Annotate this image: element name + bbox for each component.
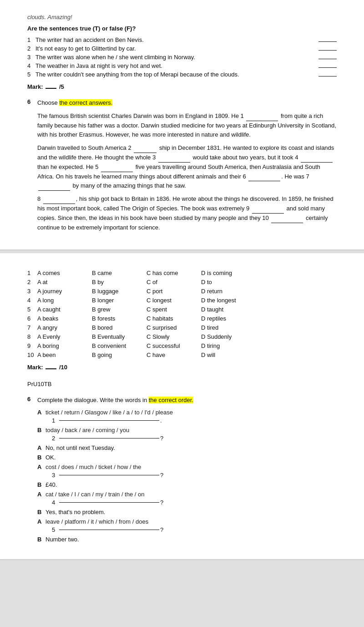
- table-row: 1 A comes B came C has come D is coming: [27, 270, 337, 276]
- mark-total-2: /10: [59, 364, 67, 371]
- fill-num-3: 3: [52, 472, 59, 479]
- fill-line-2: 2 ?: [52, 435, 337, 442]
- ex-6-instruction: Choose the correct answers.: [37, 98, 337, 108]
- fill-num-1: 1: [52, 417, 59, 424]
- fill-underline-3: [59, 475, 159, 475]
- mark-label-2: Mark:: [27, 364, 43, 371]
- dlg-hint-a1: ticket / return / Glasgow / like / a / t…: [46, 409, 173, 416]
- blank-1: [246, 121, 278, 121]
- blank-5: [101, 172, 133, 172]
- ans-1b: B came: [92, 270, 147, 276]
- ans-9d: D tiring: [201, 342, 260, 349]
- ans-9b: B convenient: [92, 342, 147, 349]
- ans-2b: B by: [92, 279, 147, 285]
- dlg-hint-a4: cat / take / I / can / my / train / the …: [46, 491, 144, 498]
- tf-num-4: 4: [27, 62, 35, 69]
- tf-num-3: 3: [27, 54, 35, 61]
- fill-q-1: .: [160, 417, 162, 424]
- dialogue-row-a1: A ticket / return / Glasgow / like / a /…: [37, 409, 337, 424]
- tf-title: Are the sentences true (T) or false (F)?: [27, 25, 136, 32]
- dialogue-row-a3: A cost / does / much / ticket / how / th…: [37, 464, 337, 479]
- intro-text: clouds. Amazing!: [27, 14, 337, 20]
- dlg-speaker-a3: A: [37, 464, 46, 470]
- mark-section-2: Mark: /10: [27, 364, 337, 371]
- ans-2c: C of: [147, 279, 201, 285]
- ex-6d-highlight: the correct order.: [149, 397, 193, 403]
- ex-6-para-3: 8 , his ship got back to Britain in 1836…: [37, 194, 337, 232]
- table-row: 5 A caught B grew C spent D taught: [27, 306, 337, 313]
- table-row: 3 A journey B luggage C port D return: [27, 288, 337, 295]
- dlg-content-b2: today / back / are / coming / you 2 ?: [46, 427, 337, 442]
- tf-num-5: 5: [27, 71, 35, 78]
- table-row: 7 A angry B bored C surprised D tired: [27, 324, 337, 331]
- pru-label: PrU10TB: [27, 381, 337, 387]
- ans-1d: D is coming: [201, 270, 260, 276]
- table-row: 2 It's not easy to get to Glittertind by…: [27, 45, 337, 52]
- ans-num-1: 1: [27, 270, 37, 276]
- ans-3a: A journey: [37, 288, 92, 295]
- tf-text-2: It's not easy to get to Glittertind by c…: [35, 45, 315, 52]
- dlg-text-b-plain4: Number two.: [46, 536, 79, 543]
- ans-num-10: 10: [27, 352, 37, 358]
- tf-text-4: The weather in Java at night is very hot…: [35, 62, 315, 69]
- fill-underline-1: [59, 420, 159, 421]
- table-row: 6 A beaks B forests C habitats D reptile…: [27, 315, 337, 322]
- ans-num-9: 9: [27, 342, 37, 349]
- fill-q-5: ?: [160, 526, 163, 533]
- dlg-content-a3: cost / does / much / ticket / how / the …: [46, 464, 337, 479]
- mark-total-1: /5: [59, 83, 64, 90]
- ans-10b: B going: [92, 352, 147, 358]
- fill-q-4: ?: [160, 499, 163, 506]
- blank-3: [158, 162, 190, 163]
- dlg-speaker-b2: B: [37, 427, 46, 433]
- dlg-content-a1: ticket / return / Glasgow / like / a / t…: [46, 409, 337, 424]
- tf-answer-4: [318, 67, 337, 68]
- fill-underline-2: [59, 438, 159, 438]
- dialogue-row-a4: A cat / take / I / can / my / train / th…: [37, 491, 337, 506]
- ex-6-inst-text: Choose: [37, 99, 59, 106]
- ans-7c: C surprised: [147, 324, 201, 331]
- ex-6-content: Choose the correct answers. The famous B…: [37, 98, 337, 236]
- ans-4d: D the longest: [201, 297, 260, 304]
- fill-q-2: ?: [160, 435, 163, 442]
- ans-6c: C habitats: [147, 315, 201, 322]
- ans-3b: B luggage: [92, 288, 147, 295]
- dlg-hint-b2: today / back / are / coming / you: [46, 427, 129, 433]
- fill-line-5: 5 ?: [52, 526, 337, 533]
- ans-6b: B forests: [92, 315, 147, 322]
- fill-underline-5: [59, 530, 159, 530]
- exercise-6-dialogue: 6 Complete the dialogue. Write the words…: [27, 396, 337, 545]
- dlg-content-a5: leave / platform / it / which / from / d…: [46, 518, 337, 533]
- table-row: 4 The weather in Java at night is very h…: [27, 62, 337, 69]
- ex-6d-inst-text: Complete the dialogue. Write the words i…: [37, 397, 149, 403]
- ans-10a: A been: [37, 352, 92, 358]
- ans-5d: D taught: [201, 306, 260, 313]
- tf-num-1: 1: [27, 36, 35, 43]
- mark-blank-2: [46, 368, 56, 369]
- fill-num-2: 2: [52, 435, 59, 442]
- ans-4b: B longer: [92, 297, 147, 304]
- ans-8b: B Eventually: [92, 333, 147, 340]
- dlg-content-b-plain1: OK.: [46, 454, 337, 461]
- dlg-content-a-plain1: No, not until next Tuesday.: [46, 444, 337, 451]
- tf-answer-2: [318, 50, 337, 51]
- blank-6: [248, 181, 280, 181]
- ex-6-num: 6: [27, 98, 34, 236]
- ex-6-para-2: Darwin travelled to South America 2 ship…: [37, 143, 337, 191]
- answer-table: 1 A comes B came C has come D is coming …: [27, 270, 337, 358]
- dlg-speaker-b-plain4: B: [37, 536, 46, 543]
- ans-6a: A beaks: [37, 315, 92, 322]
- exercise-6: 6 Choose the correct answers. The famous…: [27, 98, 337, 236]
- mark-label-1: Mark:: [27, 83, 43, 90]
- ans-10c: C have: [147, 352, 201, 358]
- ans-4c: C longest: [147, 297, 201, 304]
- table-row: 3 The writer was alone when he / she wen…: [27, 54, 337, 61]
- tf-text-3: The writer was alone when he / she went …: [35, 54, 315, 61]
- ans-num-4: 4: [27, 297, 37, 304]
- dlg-hint-a5: leave / platform / it / which / from / d…: [46, 518, 148, 525]
- ans-3d: D return: [201, 288, 260, 295]
- dialogue-row-a-plain1: A No, not until next Tuesday.: [37, 444, 337, 451]
- ans-6d: D reptiles: [201, 315, 260, 322]
- ans-num-2: 2: [27, 279, 37, 285]
- dlg-content-a4: cat / take / I / can / my / train / the …: [46, 491, 337, 506]
